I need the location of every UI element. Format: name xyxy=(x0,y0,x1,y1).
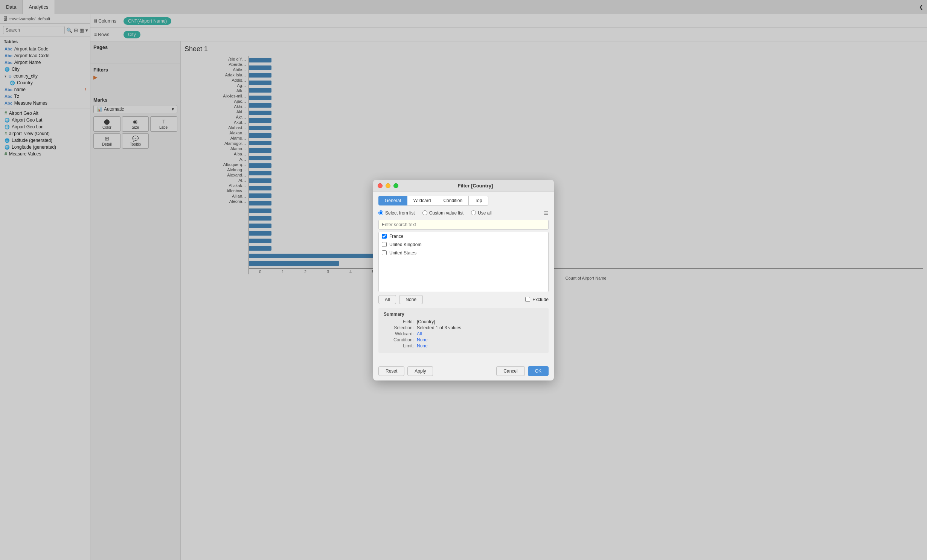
close-button[interactable] xyxy=(378,183,383,188)
tab-wildcard[interactable]: Wildcard xyxy=(407,196,438,205)
radio-input-use-all[interactable] xyxy=(471,210,476,215)
all-button[interactable]: All xyxy=(378,295,396,304)
summary-condition-row: Condition: None xyxy=(384,337,543,342)
minimize-button[interactable] xyxy=(386,183,390,188)
radio-use-all[interactable]: Use all xyxy=(471,210,492,216)
summary-field-val: [Country] xyxy=(417,319,435,324)
exclude-checkbox[interactable] xyxy=(525,297,530,302)
checkbox-uk[interactable] xyxy=(382,242,387,247)
summary-wildcard-key: Wildcard: xyxy=(384,331,414,336)
summary-condition-val: None xyxy=(417,337,428,342)
summary-limit-row: Limit: None xyxy=(384,343,543,348)
radio-custom-value[interactable]: Custom value list xyxy=(422,210,464,216)
footer-left-buttons: Reset Apply xyxy=(378,366,433,376)
dialog-tabs: General Wildcard Condition Top xyxy=(373,192,554,205)
summary-selection-val: Selected 1 of 3 values xyxy=(417,325,461,330)
summary-condition-key: Condition: xyxy=(384,337,414,342)
summary-selection-key: Selection: xyxy=(384,325,414,330)
apply-button[interactable]: Apply xyxy=(407,366,433,376)
radio-input-select[interactable] xyxy=(378,210,383,215)
radio-select-from-list[interactable]: Select from list xyxy=(378,210,415,216)
dialog-titlebar: Filter [Country] xyxy=(373,180,554,192)
checkbox-us[interactable] xyxy=(382,250,387,255)
summary-limit-val: None xyxy=(417,343,428,348)
radio-row: Select from list Custom value list Use a… xyxy=(378,210,549,216)
tab-general[interactable]: General xyxy=(378,196,407,205)
summary-title: Summary xyxy=(384,312,543,317)
checkbox-france[interactable] xyxy=(382,234,387,239)
footer-right-buttons: Cancel OK xyxy=(496,366,549,376)
summary-box: Summary Field: [Country] Selection: Sele… xyxy=(378,308,549,353)
cancel-button[interactable]: Cancel xyxy=(496,366,524,376)
tab-condition[interactable]: Condition xyxy=(437,196,469,205)
filter-dialog: Filter [Country] General Wildcard Condit… xyxy=(373,180,554,380)
summary-wildcard-val: All xyxy=(417,331,422,336)
summary-field-key: Field: xyxy=(384,319,414,324)
exclude-row: Exclude xyxy=(525,297,549,302)
dialog-body: Select from list Custom value list Use a… xyxy=(373,205,554,361)
summary-limit-key: Limit: xyxy=(384,343,414,348)
summary-field-row: Field: [Country] xyxy=(384,319,543,324)
filter-all-none-row: All None Exclude xyxy=(378,295,549,304)
menu-icon[interactable]: ☰ xyxy=(544,210,549,216)
filter-search-input[interactable] xyxy=(378,220,549,230)
maximize-button[interactable] xyxy=(393,183,398,188)
dialog-overlay: Filter [Country] General Wildcard Condit… xyxy=(0,0,927,560)
dialog-title: Filter [Country] xyxy=(401,183,549,189)
filter-list: France United Kingdom United States xyxy=(378,232,549,292)
summary-wildcard-row: Wildcard: All xyxy=(384,331,543,336)
reset-button[interactable]: Reset xyxy=(378,366,404,376)
dialog-footer: Reset Apply Cancel OK xyxy=(373,363,554,380)
filter-list-item-us[interactable]: United States xyxy=(379,249,548,257)
tab-top[interactable]: Top xyxy=(469,196,488,205)
none-button[interactable]: None xyxy=(399,295,423,304)
filter-list-item-uk[interactable]: United Kingdom xyxy=(379,240,548,249)
ok-button[interactable]: OK xyxy=(528,366,549,376)
radio-input-custom[interactable] xyxy=(422,210,427,215)
filter-list-item-france[interactable]: France xyxy=(379,232,548,240)
summary-selection-row: Selection: Selected 1 of 3 values xyxy=(384,325,543,330)
